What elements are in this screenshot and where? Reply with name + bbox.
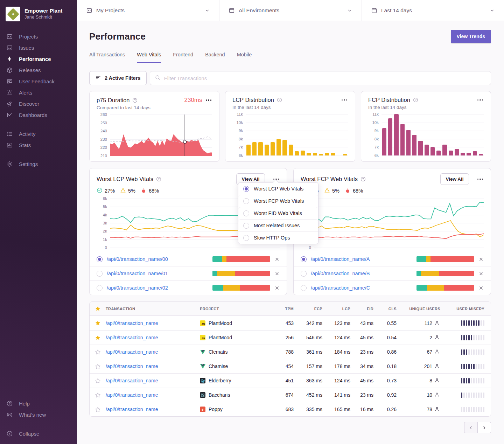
sidebar-item-stats[interactable]: Stats: [0, 139, 77, 151]
daterange-selector[interactable]: Last 14 days: [362, 0, 504, 21]
star-toggle[interactable]: [90, 363, 106, 369]
radio-button[interactable]: [243, 186, 249, 192]
ellipsis-menu-icon[interactable]: [477, 98, 484, 102]
view-all-button[interactable]: View All: [440, 173, 469, 185]
sidebar-item-issues[interactable]: Issues: [0, 42, 77, 53]
close-icon[interactable]: [274, 285, 280, 291]
unique-users-cell: 201: [398, 363, 442, 369]
sidebar-item-performance[interactable]: Performance: [0, 53, 77, 64]
column-header-lcp[interactable]: LCP: [324, 307, 352, 311]
view-trends-button[interactable]: View Trends: [451, 30, 491, 43]
person-icon: [434, 320, 440, 326]
close-icon[interactable]: [478, 257, 484, 262]
radio-button[interactable]: [97, 256, 103, 262]
close-icon[interactable]: [274, 257, 280, 262]
column-header-tpm[interactable]: TPM: [270, 307, 295, 311]
sidebar-item-dashboards[interactable]: Dashboards: [0, 109, 77, 120]
transaction-link[interactable]: /api/0/transaction_name/01: [107, 271, 168, 276]
tab-frontend[interactable]: Frontend: [173, 52, 193, 63]
transaction-link[interactable]: /api/0/transaction_name: [106, 363, 158, 369]
ellipsis-menu-icon[interactable]: [477, 177, 484, 181]
column-header-fcp[interactable]: FCP: [295, 307, 324, 311]
column-header-cls[interactable]: CLS: [375, 307, 398, 311]
sidebar-item-settings[interactable]: Settings: [0, 158, 77, 169]
menu-item-worst-lcp-web-vitals[interactable]: Worst LCP Web Vitals: [238, 182, 318, 195]
close-icon[interactable]: [478, 271, 484, 276]
p75-duration-chart[interactable]: [110, 115, 212, 156]
transaction-link[interactable]: /api/0/transaction_name/C: [311, 285, 370, 291]
menu-item-worst-fcp-web-vitals[interactable]: Worst FCP Web Vitals: [238, 195, 318, 207]
pagination-prev-button[interactable]: [464, 422, 478, 433]
chevron-down-icon: [489, 8, 495, 13]
menu-item-most-related-issues[interactable]: Most Related Issues: [238, 219, 318, 231]
transaction-link[interactable]: /api/0/transaction_name: [106, 378, 158, 383]
radio-button[interactable]: [243, 223, 249, 229]
sidebar-item-collapse[interactable]: Collapse: [0, 428, 77, 439]
fid-cell: 23 ms: [352, 349, 375, 355]
fcp-distribution-chart[interactable]: [382, 114, 484, 155]
radio-button[interactable]: [243, 235, 249, 241]
transaction-link[interactable]: /api/0/transaction_name/B: [311, 271, 370, 276]
sidebar-item-what-s-new[interactable]: What’s new: [0, 409, 77, 420]
sidebar-item-releases[interactable]: Releases: [0, 64, 77, 76]
menu-item-worst-fid-web-vitals[interactable]: Worst FID Web Vitals: [238, 207, 318, 219]
ellipsis-menu-icon[interactable]: [205, 98, 212, 102]
transaction-link[interactable]: /api/0/transaction_name: [106, 320, 158, 326]
radio-button[interactable]: [97, 271, 103, 277]
column-header-fid[interactable]: FID: [352, 307, 375, 311]
pagination-next-button[interactable]: [477, 422, 491, 433]
column-header-transaction[interactable]: TRANSACTION: [106, 307, 200, 311]
radio-button[interactable]: [301, 285, 307, 291]
environment-selector[interactable]: All Environments: [219, 0, 362, 21]
transaction-link[interactable]: /api/0/transaction_name/00: [107, 256, 168, 262]
star-toggle[interactable]: [90, 407, 106, 412]
radio-button[interactable]: [243, 210, 249, 216]
column-header-unique-users[interactable]: UNIQUE USERS: [398, 307, 442, 311]
tab-web-vitals[interactable]: Web Vitals: [137, 52, 161, 63]
help-icon[interactable]: [360, 176, 366, 182]
transaction-link[interactable]: /api/0/transaction_name/A: [311, 256, 370, 262]
star-toggle[interactable]: [90, 320, 106, 326]
star-toggle[interactable]: [90, 392, 106, 398]
search-input[interactable]: [164, 75, 486, 81]
transaction-link[interactable]: /api/0/transaction_name/02: [107, 285, 168, 291]
tab-mobile[interactable]: Mobile: [237, 52, 252, 63]
transaction-link[interactable]: /api/0/transaction_name: [106, 407, 158, 412]
column-header-user-misery[interactable]: USER MISERY: [442, 307, 491, 311]
tab-backend[interactable]: Backend: [205, 52, 225, 63]
header-star-icon[interactable]: [90, 306, 106, 312]
sidebar-item-projects[interactable]: Projects: [0, 31, 77, 42]
radio-button[interactable]: [243, 198, 249, 204]
transaction-link[interactable]: /api/0/transaction_name: [106, 349, 158, 355]
sidebar-item-alerts[interactable]: Alerts: [0, 87, 77, 98]
transaction-link[interactable]: /api/0/transaction_name: [106, 392, 158, 398]
transaction-link[interactable]: /api/0/transaction_name: [106, 335, 158, 340]
radio-button[interactable]: [301, 256, 307, 262]
sidebar-item-user-feedback[interactable]: User Feedback: [0, 76, 77, 87]
column-header-project[interactable]: PROJECT: [200, 307, 270, 311]
radio-button[interactable]: [301, 271, 307, 277]
help-icon[interactable]: [277, 97, 282, 103]
radio-button[interactable]: [97, 285, 103, 291]
star-toggle[interactable]: [90, 335, 106, 341]
menu-item-slow-http-ops[interactable]: Slow HTTP Ops: [238, 231, 318, 244]
close-icon[interactable]: [478, 285, 484, 291]
star-toggle[interactable]: [90, 349, 106, 355]
ellipsis-menu-icon[interactable]: [341, 98, 348, 102]
sidebar-item-activity[interactable]: Activity: [0, 128, 77, 139]
close-icon[interactable]: [274, 271, 280, 276]
active-filters-button[interactable]: 2 Active Filters: [89, 71, 147, 85]
org-switcher[interactable]: ✦ Empower Plant Jane Schmidt: [0, 0, 77, 25]
star-toggle[interactable]: [90, 378, 106, 384]
sidebar-item-help[interactable]: Help: [0, 398, 77, 409]
help-icon[interactable]: [132, 98, 138, 103]
lcp-distribution-chart[interactable]: [246, 114, 348, 155]
help-icon[interactable]: [413, 97, 418, 103]
project-selector[interactable]: My Projects: [77, 0, 219, 21]
sidebar-item-label: Performance: [19, 56, 51, 62]
help-icon[interactable]: [156, 176, 161, 182]
project-cell: ePoppy: [200, 407, 270, 412]
tab-all-transactions[interactable]: All Transactions: [89, 52, 125, 63]
worst-fcp-web-vitals-chart[interactable]: [314, 199, 484, 248]
sidebar-item-discover[interactable]: Discover: [0, 98, 77, 109]
